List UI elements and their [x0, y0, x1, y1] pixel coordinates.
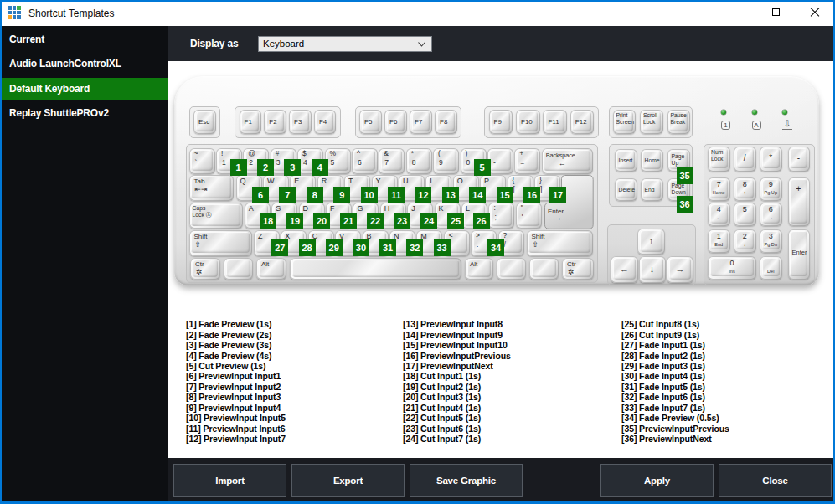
- key-s-label: S: [276, 204, 281, 213]
- key-esc: Esc: [193, 110, 216, 134]
- key-7: &7: [379, 148, 405, 174]
- key-f11: F11: [543, 110, 567, 134]
- export-button[interactable]: Export: [291, 464, 405, 497]
- key-l-label: L: [466, 204, 470, 213]
- key-num-8-label: ↑: [734, 190, 756, 195]
- key-win-left: [224, 258, 253, 280]
- shortcut-entry: [29] Fade Input3 (1s): [621, 361, 729, 371]
- shortcut-key-number-26: 26: [473, 213, 490, 229]
- key-num-4: 4←: [708, 203, 730, 226]
- key-num-8-label: 8: [734, 180, 756, 188]
- key-8-label: *: [411, 149, 414, 157]
- key-num-minus-label: -: [788, 153, 810, 162]
- key-shift-right-label: ⇧: [533, 240, 539, 249]
- key-semicolon-label: ;: [494, 213, 496, 221]
- key-quote-label: ': [522, 213, 523, 221]
- key-bracket-left-label: [: [513, 185, 515, 193]
- close-dialog-button[interactable]: Close: [719, 464, 832, 497]
- key-f5: F5: [359, 110, 382, 134]
- key-j-label: J: [411, 204, 415, 213]
- key-menu: [529, 258, 559, 280]
- shortcut-key-number-9: 9: [333, 187, 350, 203]
- key-f2-label: F2: [269, 118, 276, 126]
- shortcut-entry: [28] Fade Input2 (1s): [621, 351, 729, 361]
- key-num-lock: Num Lock: [708, 147, 730, 172]
- shortcut-entry: [1] Fade Preview (1s): [186, 319, 286, 329]
- key-delete: Delete: [615, 178, 637, 201]
- key-num-3-label: 3: [760, 232, 782, 240]
- shortcut-entry: [18] Cut Input1 (1s): [403, 371, 511, 381]
- key-6: ^6: [352, 148, 378, 174]
- key-period-label: .: [477, 240, 478, 249]
- key-h-label: H: [384, 204, 390, 213]
- shortcut-entry: [8] PreviewInput Input3: [186, 392, 286, 402]
- key-f11-label: F11: [548, 118, 559, 126]
- key-shift-right: Shift⇧: [527, 230, 594, 256]
- key-backtick-label: ~: [194, 149, 198, 157]
- key-shift-left-label: Shift: [194, 233, 208, 240]
- key-num-2: 2↓: [734, 229, 756, 253]
- key-f10-label: F10: [521, 118, 533, 126]
- shortcut-key-number-33: 33: [434, 239, 451, 256]
- key-d-label: D: [303, 204, 309, 213]
- key-f3-label: F3: [294, 118, 302, 126]
- key-f4: F4: [314, 110, 337, 134]
- key-num-0-label: Ins: [708, 269, 756, 274]
- key-end-label: End: [645, 187, 655, 193]
- key-num-minus: -: [788, 147, 810, 172]
- shortcut-entry: [17] PreviewInputNext: [403, 361, 511, 371]
- shortcut-entry: [7] PreviewInput Input2: [186, 382, 286, 392]
- key-alt-right-label: Alt: [470, 260, 477, 268]
- key-print-screen: Print Screen: [613, 110, 637, 134]
- key-f3: F3: [289, 110, 312, 134]
- shortcut-entry: [4] Fade Preview (4s): [186, 351, 286, 361]
- key-num-6-label: 6: [760, 205, 782, 213]
- key-f12-label: F12: [575, 118, 587, 126]
- shortcut-entry: [11] PreviewInput Input6: [186, 424, 286, 434]
- key-f9: F9: [489, 110, 513, 134]
- shortcut-entry: [26] Cut Input9 (1s): [621, 330, 729, 340]
- apply-button[interactable]: Apply: [600, 464, 714, 497]
- shortcut-templates-window: Shortcut Templates CurrentAudio LaunchCo…: [0, 0, 835, 504]
- key-home-label: Home: [645, 157, 660, 163]
- key-bracket-right-label: }: [539, 176, 542, 184]
- shortcut-entry: [21] Cut Input4 (1s): [403, 403, 511, 413]
- shortcut-entry: [27] Fade Input1 (1s): [621, 340, 729, 350]
- key-backspace-label: Backspace: [546, 152, 575, 159]
- key-num-2-label: 2: [734, 232, 756, 240]
- key-g-label: G: [357, 204, 363, 213]
- shortcut-entry: [32] Fade Input6 (1s): [621, 392, 729, 402]
- shortcut-entry: [13] PreviewInput Input8: [403, 319, 511, 329]
- shortcut-key-number-28: 28: [299, 239, 316, 256]
- key-t-label: T: [348, 177, 353, 185]
- key-minus: _-: [487, 148, 513, 174]
- key-page-up-label: Page Up: [672, 153, 685, 167]
- key-print-screen-label: Print Screen: [616, 112, 635, 126]
- key-num-2-label: ↓: [734, 242, 756, 247]
- key-arrow-up: ↑: [637, 229, 665, 255]
- save-graphic-button[interactable]: Save Graphic: [410, 464, 523, 497]
- key-num-decimal: .Del: [760, 256, 782, 280]
- shortcut-key-number-22: 22: [367, 213, 384, 229]
- key-alt-left: Alt: [256, 258, 286, 280]
- key-f4-label: F4: [319, 118, 327, 126]
- key-num-9-label: 9: [760, 180, 782, 188]
- shortcut-key-number-3: 3: [284, 159, 301, 176]
- key-2-label: 2: [249, 158, 253, 167]
- shortcut-entry: [6] PreviewInput Input1: [186, 371, 286, 381]
- shortcut-list-column-1: [1] Fade Preview (1s)[2] Fade Preview (2…: [186, 319, 286, 444]
- key-9-label: (: [438, 149, 441, 157]
- import-button[interactable]: Import: [173, 464, 286, 497]
- key-shift-left-label: ⇧: [195, 240, 202, 249]
- key-num-9: 9Pg Up: [760, 177, 782, 202]
- key-f10: F10: [516, 110, 540, 134]
- key-f1-label: F1: [245, 118, 252, 126]
- shortcut-key-number-34: 34: [487, 239, 504, 256]
- shortcut-entry: [33] Fade Input7 (1s): [621, 403, 729, 413]
- key-equals-label: =: [520, 158, 524, 167]
- key-f6-label: F6: [389, 118, 397, 126]
- shortcut-entry: [9] PreviewInput Input4: [186, 403, 286, 413]
- keyboard-led: [782, 110, 787, 115]
- key-num-6: 6→: [760, 203, 782, 226]
- key-6-label: 6: [358, 158, 362, 167]
